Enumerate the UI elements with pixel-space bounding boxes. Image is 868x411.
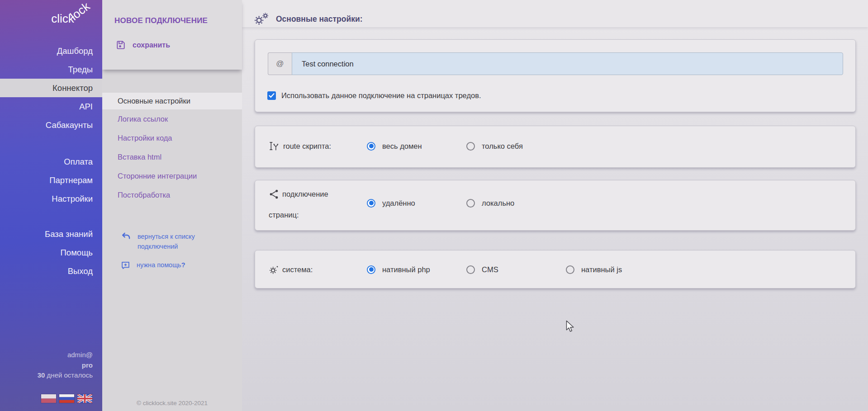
sidebar-item-partners[interactable]: Партнерам xyxy=(0,171,102,189)
gears-icon xyxy=(254,12,269,26)
system-setting-card: система: нативный php CMS нативный js xyxy=(255,250,856,288)
use-on-threads-checkbox[interactable] xyxy=(267,91,276,100)
page-title-text: Основные настройки: xyxy=(276,14,363,24)
radio-option-whole-domain[interactable]: весь домен xyxy=(367,142,466,151)
gear-icon xyxy=(269,263,279,281)
menu-item-postprocessing[interactable]: Постобработка xyxy=(102,185,242,204)
system-setting-label: система: xyxy=(269,260,339,281)
radio-icon xyxy=(367,199,375,208)
radio-icon xyxy=(367,265,375,274)
radio-option-local[interactable]: локально xyxy=(466,199,566,208)
connection-menu: Основные настройки Логика ссылок Настрой… xyxy=(102,93,242,204)
account-info: admin@ pro 30 дней осталось xyxy=(38,350,93,381)
route-setting-label: route скрипта: xyxy=(269,137,339,158)
menu-item-integrations[interactable]: Сторонние интеграции xyxy=(102,166,242,185)
back-to-connections-link[interactable]: вернуться к списку подключений xyxy=(121,231,225,251)
radio-option-native-php[interactable]: нативный php xyxy=(367,265,466,274)
radio-option-native-js[interactable]: нативный js xyxy=(566,265,665,274)
sidebar-item-dashboard[interactable]: Дашборд xyxy=(0,42,102,60)
copyright-footer: © clicklock.site 2020-2021 xyxy=(102,400,242,406)
share-icon xyxy=(269,188,279,206)
sidebar-nav: Дашборд Треды Коннектор API Сабакаунты О… xyxy=(0,42,102,280)
connection-name-card: @ Использовать данное подключение на стр… xyxy=(255,39,856,112)
system-options: нативный php CMS нативный js xyxy=(367,260,665,279)
radio-option-only-self[interactable]: только себя xyxy=(466,142,566,151)
comment-plus-icon xyxy=(121,260,130,270)
radio-icon xyxy=(466,142,475,151)
sidebar-item-settings[interactable]: Настройки xyxy=(0,189,102,208)
floppy-disk-icon xyxy=(116,40,126,50)
page-title: Основные настройки: xyxy=(254,12,363,26)
clicklock-logo[interactable]: clicklock xyxy=(51,12,95,26)
connection-panel: НОВОЕ ПОДКЛЮЧЕНИЕ сохранить Основные нас… xyxy=(102,0,242,411)
panel-header: НОВОЕ ПОДКЛЮЧЕНИЕ сохранить xyxy=(102,0,242,70)
account-days-left: 30 дней осталось xyxy=(38,370,93,381)
route-options: весь домен только себя xyxy=(367,137,566,155)
menu-item-html-insert[interactable]: Вставка html xyxy=(102,147,242,166)
radio-option-cms[interactable]: CMS xyxy=(466,265,566,274)
undo-arrow-icon xyxy=(121,231,131,240)
sidebar-item-api[interactable]: API xyxy=(0,97,102,116)
radio-icon xyxy=(466,265,475,274)
sidebar-item-help[interactable]: Помощь xyxy=(0,243,102,262)
back-link-label: вернуться к списку подключений xyxy=(138,231,210,251)
save-button[interactable]: сохранить xyxy=(116,40,170,50)
route-split-icon xyxy=(269,140,280,158)
menu-item-code-settings[interactable]: Настройки кода xyxy=(102,128,242,147)
use-on-threads-label: Использовать данное подключение на стран… xyxy=(281,91,481,100)
radio-icon xyxy=(566,265,574,274)
main-content: Основные настройки: @ Использовать данно… xyxy=(242,0,868,411)
route-setting-card: route скрипта: весь домен только себя xyxy=(255,126,856,168)
account-email: admin@ xyxy=(38,350,93,360)
language-switcher xyxy=(41,394,92,403)
uk-flag-icon[interactable] xyxy=(77,394,92,403)
pages-connection-card: подключение страниц: удалённо локально xyxy=(255,180,856,231)
sidebar-item-knowledge-base[interactable]: База знаний xyxy=(0,225,102,243)
radio-option-remote[interactable]: удалённо xyxy=(367,199,466,208)
sidebar-item-connector[interactable]: Коннектор xyxy=(0,79,102,97)
panel-title: НОВОЕ ПОДКЛЮЧЕНИЕ xyxy=(114,16,208,25)
menu-item-main-settings[interactable]: Основные настройки xyxy=(102,93,242,109)
russia-flag-icon[interactable] xyxy=(59,394,74,403)
sidebar: clicklock Дашборд Треды Коннектор API Са… xyxy=(0,0,102,411)
panel-links: вернуться к списку подключений нужна пом… xyxy=(121,231,225,270)
menu-item-link-logic[interactable]: Логика ссылок xyxy=(102,109,242,128)
sidebar-item-payment[interactable]: Оплата xyxy=(0,152,102,171)
need-help-link[interactable]: нужна помощь? xyxy=(121,260,225,270)
connection-name-group: @ xyxy=(268,52,843,75)
use-on-threads-row: Использовать данное подключение на стран… xyxy=(267,91,481,100)
sidebar-item-threads[interactable]: Треды xyxy=(0,60,102,79)
checkmark-icon xyxy=(269,93,275,98)
radio-icon xyxy=(367,142,375,151)
at-sign: @ xyxy=(268,52,292,75)
connection-name-input[interactable] xyxy=(292,52,843,75)
help-link-label: нужна помощь? xyxy=(137,260,185,270)
radio-icon xyxy=(466,199,475,208)
pages-connection-label: подключение страниц: xyxy=(269,185,339,224)
account-plan: pro xyxy=(38,360,93,371)
sidebar-item-subaccounts[interactable]: Сабакаунты xyxy=(0,116,102,134)
save-button-label: сохранить xyxy=(133,41,170,49)
pages-connection-options: удалённо локально xyxy=(367,194,566,212)
poland-flag-icon[interactable] xyxy=(41,394,56,403)
sidebar-item-logout[interactable]: Выход xyxy=(0,262,102,280)
